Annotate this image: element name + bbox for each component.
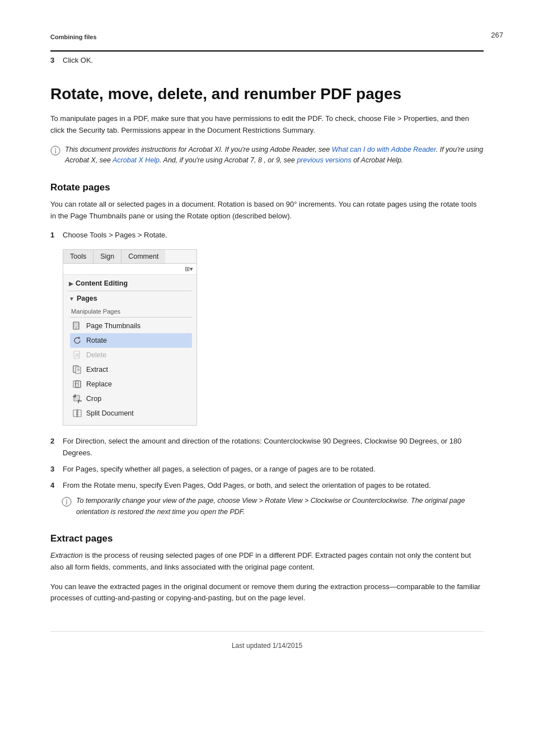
divider-1 — [68, 291, 192, 291]
toolbar-icon: ⊞▾ — [185, 265, 193, 272]
svg-rect-4 — [74, 323, 78, 327]
rotate-step3-num: 3 — [50, 464, 59, 475]
note-text-middle2: . And, if you're using Acrobat 7, 8 , or… — [160, 156, 297, 164]
page-thumbnails-icon — [72, 321, 82, 331]
pages-arrow: ▼ — [69, 296, 74, 302]
rotate-step2: 2 For Direction, select the amount and d… — [50, 436, 484, 459]
extract-para2: You can leave the extracted pages in the… — [50, 581, 484, 605]
tools-item-split-label: Split Document — [86, 409, 134, 417]
note-text-end: of Acrobat Help. — [352, 156, 404, 164]
tools-panel-tabs: Tools Sign Comment — [63, 250, 196, 264]
link-acrobat-x-help[interactable]: Acrobat X Help — [113, 156, 160, 164]
tab-sign[interactable]: Sign — [93, 250, 121, 263]
content-editing-section[interactable]: ▶ Content Editing — [68, 277, 192, 290]
tools-panel-body: ▶ Content Editing ▼ Pages Manipulate Pag… — [63, 275, 196, 425]
tools-item-replace-label: Replace — [86, 380, 112, 388]
note-box-1: This document provides instructions for … — [50, 144, 484, 166]
rotate-step1: 1 Choose Tools > Pages > Rotate. — [50, 230, 484, 241]
footer: Last updated 1/14/2015 — [50, 631, 484, 650]
step3-text: Click OK. — [63, 55, 93, 67]
step3-click-ok: 3 Click OK. — [50, 55, 484, 67]
rotate-step3: 3 For Pages, specify whether all pages, … — [50, 464, 484, 475]
page-number: 267 — [491, 31, 503, 39]
tools-item-crop[interactable]: Crop — [70, 391, 192, 406]
tools-item-split[interactable]: Split Document — [70, 406, 192, 421]
step3-num: 3 — [50, 55, 59, 67]
pages-section[interactable]: ▼ Pages — [68, 292, 192, 305]
svg-point-24 — [66, 500, 67, 501]
svg-point-1 — [55, 148, 56, 150]
replace-icon — [72, 379, 82, 389]
rotate-pages-title: Rotate pages — [50, 182, 484, 193]
main-intro: To manipulate pages in a PDF, make sure … — [50, 113, 484, 137]
tools-item-extract[interactable]: Extract — [70, 362, 192, 377]
divider-2 — [70, 317, 192, 318]
tools-item-delete[interactable]: Delete — [70, 348, 192, 362]
page: 267 Combining files 3 Click OK. Rotate, … — [0, 0, 534, 756]
note2-text: To temporarily change your view of the p… — [76, 497, 465, 515]
split-icon — [72, 408, 82, 418]
rotate-pages-intro: You can rotate all or selected pages in … — [50, 199, 484, 222]
extract-icon — [72, 365, 82, 375]
tools-item-extract-label: Extract — [86, 366, 108, 374]
tools-item-crop-label: Crop — [86, 395, 101, 403]
extract-italic: Extraction — [50, 551, 83, 559]
note-text-1: This document provides instructions for … — [65, 144, 484, 166]
tools-item-replace[interactable]: Replace — [70, 377, 192, 391]
content-editing-arrow: ▶ — [69, 281, 73, 287]
rotate-step1-text: Choose Tools > Pages > Rotate. — [63, 230, 167, 241]
svg-rect-5 — [75, 328, 77, 329]
note-text-before: This document provides instructions for … — [65, 146, 332, 153]
tools-panel-items: Manipulate Pages Page Thumbnails Rotate — [68, 305, 192, 423]
rotate-step4-text: From the Rotate menu, specify Even Pages… — [63, 480, 431, 492]
rotate-step2-num: 2 — [50, 436, 59, 459]
tab-tools[interactable]: Tools — [63, 250, 93, 263]
tools-item-page-thumbnails[interactable]: Page Thumbnails — [70, 319, 192, 333]
pages-label: Pages — [77, 295, 97, 302]
tools-item-page-thumbnails-label: Page Thumbnails — [86, 322, 140, 330]
link-adobe-reader[interactable]: What can I do with Adobe Reader — [332, 146, 436, 153]
note-box-2: To temporarily change your view of the p… — [62, 496, 484, 517]
extract-para1-rest: is the process of reusing selected pages… — [50, 551, 471, 571]
rotate-step3-text: For Pages, specify whether all pages, a … — [63, 464, 376, 475]
rotate-step4-num: 4 — [50, 480, 59, 492]
tools-panel: Tools Sign Comment ⊞▾ ▶ Content Editing … — [63, 249, 197, 426]
note-text-2: To temporarily change your view of the p… — [76, 496, 484, 517]
tools-item-rotate[interactable]: Rotate — [70, 333, 192, 348]
rotate-step4: 4 From the Rotate menu, specify Even Pag… — [50, 480, 484, 492]
content-editing-label: Content Editing — [76, 279, 128, 287]
crop-icon — [72, 394, 82, 404]
manipulate-pages-label: Manipulate Pages — [70, 306, 192, 316]
rotate-step1-num: 1 — [50, 230, 59, 241]
note-icon-2 — [62, 497, 72, 507]
main-section-title: Rotate, move, delete, and renumber PDF p… — [50, 85, 484, 104]
tab-comment[interactable]: Comment — [121, 250, 165, 263]
tools-panel-toolbar: ⊞▾ — [63, 264, 196, 275]
svg-rect-20 — [73, 410, 77, 417]
footer-text: Last updated 1/14/2015 — [232, 642, 302, 650]
combining-files-label: Combining files — [50, 34, 484, 40]
extract-para1: Extraction is the process of reusing sel… — [50, 550, 484, 573]
tools-item-rotate-label: Rotate — [86, 337, 107, 344]
note-icon-1 — [50, 146, 60, 156]
extract-pages-title: Extract pages — [50, 533, 484, 544]
rotate-icon — [72, 335, 82, 346]
top-divider — [50, 50, 484, 52]
delete-icon — [72, 350, 82, 360]
svg-rect-21 — [78, 410, 81, 417]
link-previous-versions[interactable]: previous versions — [297, 156, 351, 164]
rotate-step2-text: For Direction, select the amount and dir… — [63, 436, 484, 459]
tools-item-delete-label: Delete — [86, 351, 106, 359]
